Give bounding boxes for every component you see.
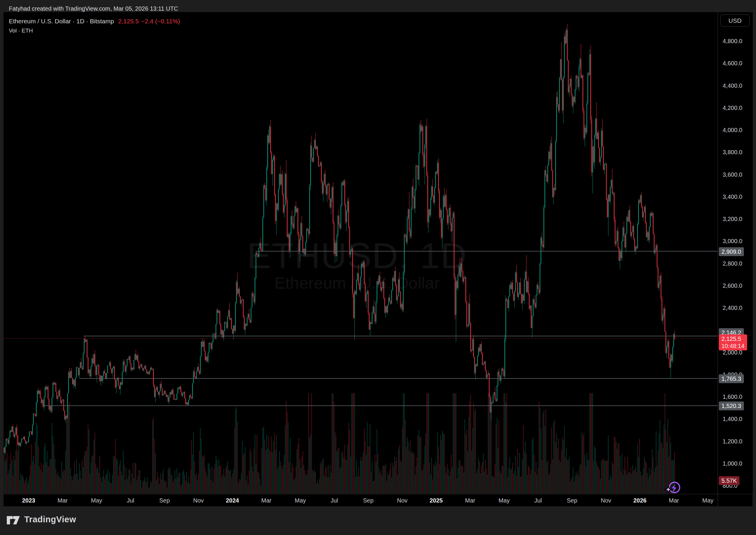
time-label-month: Mar bbox=[465, 497, 475, 504]
time-label-month: Mar bbox=[669, 497, 679, 504]
tradingview-snapshot: Fatyhad created with TradingView.com, Ma… bbox=[0, 0, 756, 535]
price-change-value: −2.4 (−0.11%) bbox=[141, 18, 180, 24]
countdown-timer: 10:48:14 bbox=[721, 342, 744, 350]
volume-badge: 5.57K bbox=[719, 476, 740, 485]
time-label-month: May bbox=[295, 497, 306, 504]
time-label-year: 2023 bbox=[22, 497, 36, 504]
time-label-month: Nov bbox=[397, 497, 408, 504]
last-price-badge: 2,125.510:48:14 bbox=[719, 334, 747, 351]
time-label-month: Nov bbox=[601, 497, 611, 504]
last-price-value: 2,125.5 bbox=[118, 18, 139, 24]
price-tick: 1,000.0 bbox=[723, 460, 742, 467]
price-tick: 4,600.0 bbox=[723, 60, 742, 67]
time-label-month: Sep bbox=[159, 497, 170, 504]
price-tick: 2,600.0 bbox=[723, 282, 742, 289]
time-label-month: Sep bbox=[363, 497, 374, 504]
volume-study-label[interactable]: Vol · ETH bbox=[9, 27, 180, 34]
price-tick: 1,400.0 bbox=[723, 416, 742, 422]
level-price-badge: 1,765.3 bbox=[719, 374, 744, 383]
candle-wicks-down bbox=[4, 24, 675, 453]
price-tick: 3,400.0 bbox=[723, 193, 742, 200]
tradingview-logo-text[interactable]: TradingView bbox=[24, 515, 76, 524]
candle-bodies-up bbox=[5, 30, 674, 453]
time-label-month: Sep bbox=[567, 497, 577, 504]
level-price-badge: 2,909.0 bbox=[719, 247, 744, 256]
price-tick: 4,800.0 bbox=[723, 38, 742, 44]
time-label-month: May bbox=[499, 497, 510, 504]
price-tick: 4,400.0 bbox=[723, 82, 742, 89]
time-label-month: Mar bbox=[58, 497, 68, 504]
flash-boost-icon bbox=[662, 479, 686, 497]
price-tick: 4,000.0 bbox=[723, 127, 742, 133]
tradingview-logo-icon[interactable] bbox=[7, 514, 20, 525]
time-label-month: Jul bbox=[331, 497, 338, 504]
lightning-bolt-icon bbox=[671, 484, 677, 493]
footer: TradingView bbox=[7, 514, 76, 525]
chart-legend: Ethereum / U.S. Dollar · 1D · Bitstamp2,… bbox=[9, 18, 180, 34]
price-tick: 3,000.0 bbox=[723, 238, 742, 245]
axis-corner-divider bbox=[717, 494, 718, 506]
price-tick: 3,600.0 bbox=[723, 171, 742, 178]
volume-bars-down bbox=[4, 393, 675, 493]
time-label-month: Jul bbox=[127, 497, 134, 504]
price-axis[interactable]: USD 4,800.04,600.04,400.04,200.04,000.03… bbox=[717, 12, 753, 494]
candle-bodies-down bbox=[4, 30, 675, 453]
time-label-month: May bbox=[702, 497, 714, 504]
time-label-year: 2026 bbox=[634, 497, 647, 504]
time-label-month: Jul bbox=[534, 497, 542, 504]
price-tick: 1,600.0 bbox=[723, 393, 742, 400]
price-tick: 2,400.0 bbox=[723, 305, 742, 311]
currency-toggle-button[interactable]: USD bbox=[720, 14, 750, 27]
time-label-month: Mar bbox=[261, 497, 271, 504]
level-price-badge: 1,520.3 bbox=[719, 402, 744, 410]
price-tick: 3,800.0 bbox=[723, 149, 742, 156]
price-tick: 2,800.0 bbox=[723, 260, 742, 267]
symbol-title: Ethereum / U.S. Dollar · 1D · Bitstamp bbox=[9, 18, 114, 24]
time-label-month: Nov bbox=[193, 497, 204, 504]
price-tick: 1,200.0 bbox=[723, 438, 742, 445]
sparkle-icon bbox=[665, 486, 671, 493]
candle-wicks-up bbox=[5, 28, 674, 456]
time-label-month: May bbox=[91, 497, 102, 504]
price-tick: 3,200.0 bbox=[723, 216, 742, 222]
time-label-year: 2024 bbox=[226, 497, 239, 504]
time-axis[interactable]: 2023MarMayJulSepNov2024MarMayJulSepNov20… bbox=[4, 494, 752, 506]
price-tick: 4,200.0 bbox=[723, 104, 742, 111]
time-label-year: 2025 bbox=[430, 497, 443, 504]
price-chart-canvas[interactable] bbox=[0, 0, 756, 535]
legend-symbol-row[interactable]: Ethereum / U.S. Dollar · 1D · Bitstamp2,… bbox=[9, 18, 180, 25]
